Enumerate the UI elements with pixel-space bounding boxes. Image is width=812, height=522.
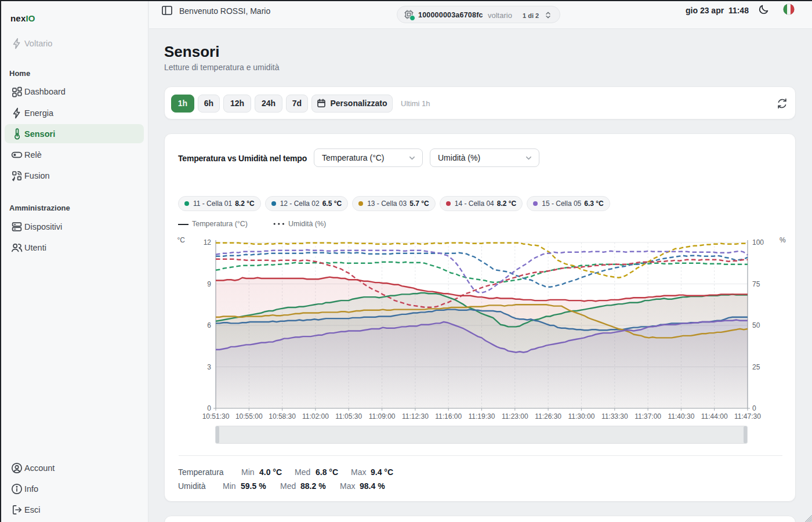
- svg-text:10:51:30: 10:51:30: [202, 412, 230, 420]
- svg-text:11:30:00: 11:30:00: [568, 412, 594, 420]
- svg-text:11:37:00: 11:37:00: [635, 412, 661, 420]
- svg-text:11:33:30: 11:33:30: [601, 412, 628, 420]
- svg-text:9: 9: [207, 280, 211, 288]
- svg-text:11:44:00: 11:44:00: [701, 412, 728, 420]
- svg-text:3: 3: [207, 363, 211, 371]
- svg-text:12: 12: [204, 238, 212, 246]
- svg-text:11:26:30: 11:26:30: [535, 412, 561, 420]
- svg-text:0: 0: [207, 404, 211, 412]
- svg-text:11:47:30: 11:47:30: [734, 412, 761, 420]
- svg-text:25: 25: [752, 363, 760, 371]
- svg-text:°C: °C: [177, 236, 186, 244]
- svg-text:11:19:30: 11:19:30: [469, 412, 495, 420]
- svg-text:10:55:00: 10:55:00: [235, 412, 263, 420]
- svg-text:11:02:00: 11:02:00: [302, 412, 329, 420]
- svg-text:100: 100: [752, 238, 764, 246]
- svg-text:%: %: [780, 236, 786, 244]
- svg-text:11:23:00: 11:23:00: [502, 412, 528, 420]
- svg-text:0: 0: [752, 404, 756, 412]
- svg-text:50: 50: [752, 321, 760, 329]
- svg-text:6: 6: [207, 321, 211, 329]
- svg-text:11:40:30: 11:40:30: [668, 412, 694, 420]
- svg-text:11:16:00: 11:16:00: [435, 412, 462, 420]
- svg-text:10:58:30: 10:58:30: [269, 412, 296, 420]
- svg-text:11:05:30: 11:05:30: [335, 412, 362, 420]
- svg-text:11:12:30: 11:12:30: [402, 412, 429, 420]
- svg-text:75: 75: [752, 280, 760, 288]
- svg-text:11:09:00: 11:09:00: [369, 412, 396, 420]
